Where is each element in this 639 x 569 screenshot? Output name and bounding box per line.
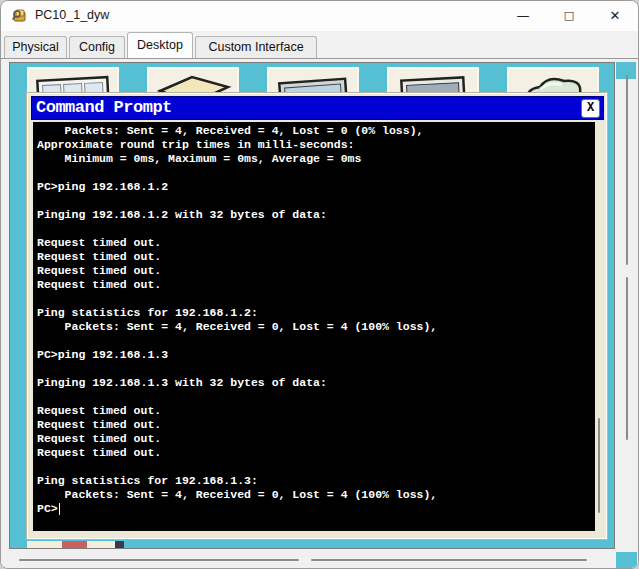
terminal-prompt: PC> xyxy=(37,502,58,516)
tab-config[interactable]: Config xyxy=(69,36,125,58)
tab-physical[interactable]: Physical xyxy=(4,36,67,58)
close-icon[interactable]: ✕ xyxy=(592,1,638,31)
command-prompt-titlebar[interactable]: Command Prompt X xyxy=(31,96,604,120)
partial-icon-fragment xyxy=(115,541,124,549)
scroll-corner-bottom xyxy=(616,552,637,569)
horizontal-scrollbar-track[interactable] xyxy=(9,552,637,569)
window-title: PC10_1_dyw xyxy=(35,8,109,22)
text-cursor xyxy=(59,503,61,515)
tab-desktop[interactable]: Desktop xyxy=(127,32,193,58)
partial-icon-fragment xyxy=(62,541,87,549)
horizontal-scrollbar-thumb[interactable] xyxy=(311,559,587,561)
terminal-prompt-line: PC> xyxy=(37,502,595,516)
command-prompt-window: Command Prompt X Packets: Sent = 4, Rece… xyxy=(26,92,608,540)
vertical-scrollbar-thumb[interactable] xyxy=(626,277,628,440)
vertical-scrollbar-track[interactable] xyxy=(616,62,638,549)
vertical-scrollbar-thumb[interactable] xyxy=(626,75,628,265)
terminal-output[interactable]: Packets: Sent = 4, Received = 4, Lost = … xyxy=(33,122,595,531)
device-window: PC10_1_dyw — □ ✕ Physical Config Desktop… xyxy=(0,0,639,569)
minimize-icon[interactable]: — xyxy=(500,1,546,31)
tab-custom-interface[interactable]: Custom Interface xyxy=(195,36,317,58)
desktop-tab-content: Command Prompt X Packets: Sent = 4, Rece… xyxy=(1,58,639,569)
command-prompt-vertical-scrollbar[interactable] xyxy=(598,418,600,513)
tab-bar: Physical Config Desktop Custom Interface xyxy=(1,31,638,58)
tile-partial-second-row[interactable] xyxy=(27,541,124,549)
terminal-text: Packets: Sent = 4, Received = 4, Lost = … xyxy=(37,124,595,502)
command-prompt-title: Command Prompt xyxy=(36,98,172,117)
close-icon[interactable]: X xyxy=(581,99,600,118)
window-titlebar: PC10_1_dyw — □ ✕ xyxy=(1,1,638,31)
maximize-icon[interactable]: □ xyxy=(546,1,592,31)
packet-tracer-icon xyxy=(11,7,29,25)
horizontal-scrollbar-thumb[interactable] xyxy=(19,559,299,561)
